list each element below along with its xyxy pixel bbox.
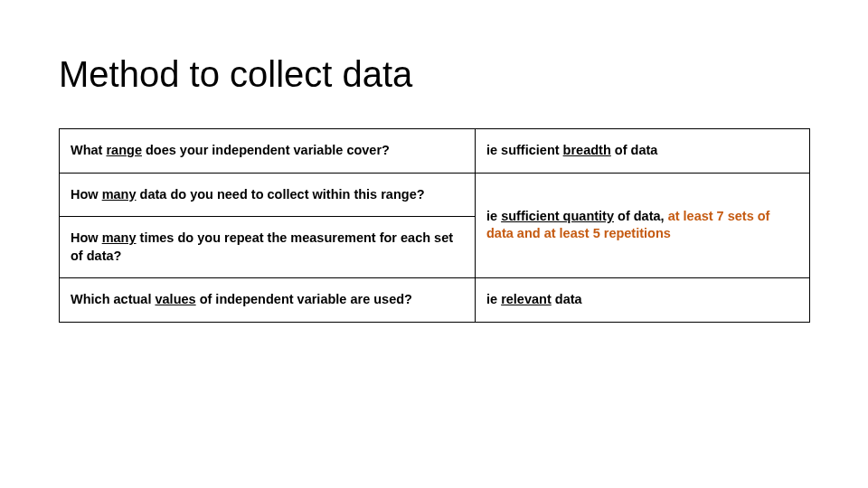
underlined-text: many xyxy=(102,187,137,202)
table-row: How many data do you need to collect wit… xyxy=(60,173,810,278)
slide-title: Method to collect data xyxy=(59,54,809,94)
underlined-text: breadth xyxy=(563,143,611,157)
question-cell-stacked: How many data do you need to collect wit… xyxy=(60,173,476,278)
text: Which actual xyxy=(71,292,155,306)
answer-cell: ie sufficient breadth of data xyxy=(476,129,810,174)
answer-cell: ie relevant data xyxy=(476,278,810,323)
answer-cell: ie sufficient quantity of data, at least… xyxy=(476,173,810,278)
text: of data xyxy=(611,143,658,157)
underlined-text: relevant xyxy=(501,292,552,306)
underlined-text: sufficient quantity xyxy=(501,209,614,223)
method-table: What range does your independent variabl… xyxy=(59,128,810,323)
text: does your independent variable cover? xyxy=(142,143,390,157)
text: of independent variable are used? xyxy=(196,292,412,306)
question-cell: Which actual values of independent varia… xyxy=(60,278,476,323)
text: data do you need to collect within this … xyxy=(137,187,425,202)
table-row: Which actual values of independent varia… xyxy=(60,278,810,323)
text: How xyxy=(71,230,102,245)
text: How xyxy=(71,187,102,202)
underlined-text: many xyxy=(102,230,137,245)
question-cell: What range does your independent variabl… xyxy=(60,129,476,174)
text: ie xyxy=(486,292,501,306)
text: of data, xyxy=(614,209,668,223)
text: ie xyxy=(486,209,501,223)
text: ie sufficient xyxy=(486,143,563,157)
text: What xyxy=(71,143,106,157)
table-row: What range does your independent variabl… xyxy=(60,129,810,174)
underlined-text: values xyxy=(155,292,195,306)
underlined-text: range xyxy=(106,143,142,157)
text: data xyxy=(552,292,582,306)
slide: Method to collect data What range does y… xyxy=(0,0,868,488)
